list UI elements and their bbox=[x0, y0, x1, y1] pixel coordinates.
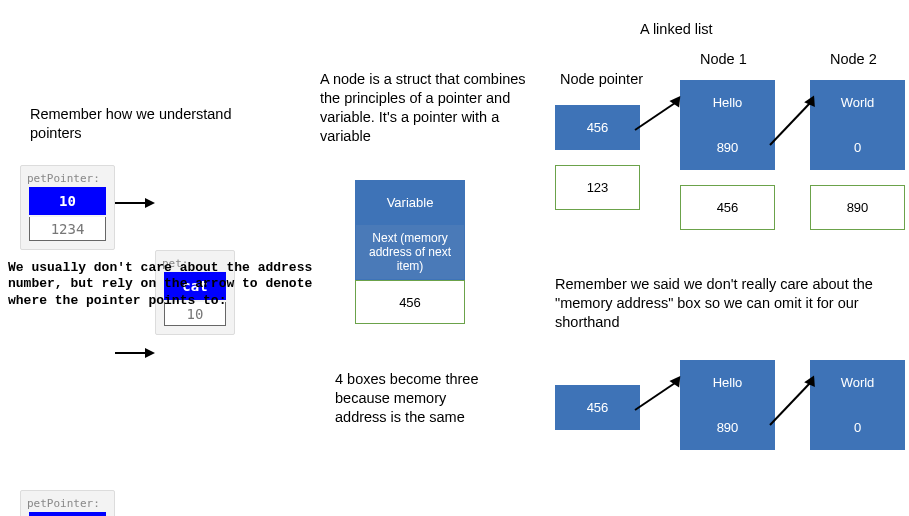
col-header-n1: Node 1 bbox=[700, 50, 747, 69]
svg-line-6 bbox=[770, 103, 810, 145]
node-address-box: 456 bbox=[355, 280, 465, 324]
col-header-n2: Node 2 bbox=[830, 50, 877, 69]
svg-line-8 bbox=[635, 383, 675, 410]
s-n1-value: Hello bbox=[680, 360, 775, 405]
shorthand-note: Remember we said we don't really care ab… bbox=[555, 275, 875, 332]
node-struct-diagram: Variable Next (memory address of next it… bbox=[355, 180, 465, 324]
n1-next: 890 bbox=[680, 125, 775, 170]
card-value-top: 10 bbox=[29, 187, 106, 215]
n2-address: 890 bbox=[810, 185, 905, 230]
mono-note: We usually don't care about the address … bbox=[8, 260, 318, 309]
n1-value: Hello bbox=[680, 80, 775, 125]
s-n1-next: 890 bbox=[680, 405, 775, 450]
card-label: petPointer: bbox=[27, 172, 108, 185]
arrow-icon bbox=[115, 345, 155, 361]
card-label: petPointer: bbox=[27, 497, 108, 510]
n1-address: 456 bbox=[680, 185, 775, 230]
s-n2-next: 0 bbox=[810, 405, 905, 450]
card-petpointer-2: petPointer: bbox=[20, 490, 115, 516]
linked-list-title: A linked list bbox=[640, 20, 760, 39]
n2-value: World bbox=[810, 80, 905, 125]
s-n2-value: World bbox=[810, 360, 905, 405]
svg-marker-1 bbox=[145, 198, 155, 208]
node-next-box: Next (memory address of next item) bbox=[355, 224, 465, 280]
col-header-np: Node pointer bbox=[560, 70, 643, 89]
card-value-bottom: 1234 bbox=[29, 217, 106, 241]
card-petpointer-1: petPointer: 10 1234 bbox=[20, 165, 115, 250]
n2-next: 0 bbox=[810, 125, 905, 170]
s-np: 456 bbox=[555, 385, 640, 430]
arrow-icon bbox=[115, 195, 155, 211]
left-heading: Remember how we understand pointers bbox=[30, 105, 250, 143]
svg-line-10 bbox=[770, 383, 810, 425]
arrow-icon bbox=[635, 95, 685, 135]
svg-line-4 bbox=[635, 103, 675, 130]
svg-marker-3 bbox=[145, 348, 155, 358]
node-variable-box: Variable bbox=[355, 180, 465, 224]
mid-footer: 4 boxes become three because memory addr… bbox=[335, 370, 495, 427]
card-value-top bbox=[29, 512, 106, 516]
arrow-icon bbox=[635, 375, 685, 415]
np-address: 123 bbox=[555, 165, 640, 210]
np-value: 456 bbox=[555, 105, 640, 150]
mid-heading: A node is a struct that combines the pri… bbox=[320, 70, 530, 145]
